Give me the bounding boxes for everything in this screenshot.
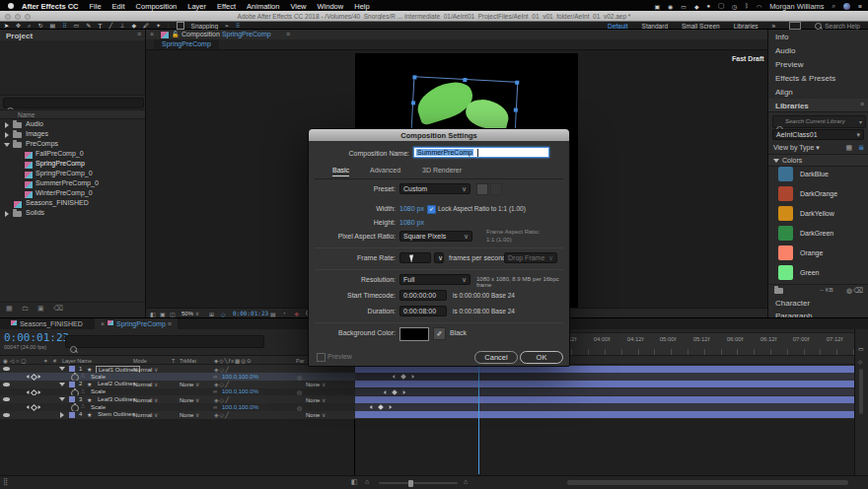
brush-tool-icon[interactable]: ╱: [109, 23, 113, 30]
panel-tab-effects-presets[interactable]: Effects & Presets: [775, 74, 835, 83]
viewer-panel-menu-icon[interactable]: ≡: [286, 31, 290, 37]
timeline-tab-finished[interactable]: Seasons_FINISHED: [10, 319, 83, 327]
timeline-tab-active[interactable]: × SpringPreComp ≡: [95, 318, 178, 329]
panel-tab-audio[interactable]: Audio: [775, 46, 795, 55]
selection-handle[interactable]: [514, 108, 518, 112]
mode-header[interactable]: Mode: [133, 358, 147, 364]
property-name[interactable]: Scale: [91, 374, 106, 380]
panel-tab-libraries[interactable]: Libraries: [775, 102, 809, 110]
parent-dropdown[interactable]: None ∨: [306, 381, 326, 387]
layer-twirl-icon[interactable]: [59, 383, 65, 386]
library-select-dropdown[interactable]: AeIntClass01▾: [772, 129, 864, 140]
keyframe-toggle-icon[interactable]: ◎: [297, 388, 302, 395]
keyframe-toggle-icon[interactable]: ◎: [297, 374, 302, 381]
menubar-user[interactable]: Morgan Williams: [769, 2, 824, 11]
mode-dropdown[interactable]: Normal ∨: [133, 396, 158, 403]
trkmat-dropdown[interactable]: None ∨: [180, 396, 199, 403]
snap-option-icon[interactable]: ⌁: [225, 23, 229, 30]
menu-view[interactable]: View: [290, 2, 306, 11]
eyedropper-icon[interactable]: ✐: [433, 327, 446, 340]
project-item[interactable]: Seasons_FINISHED: [0, 198, 145, 208]
comp-name-field[interactable]: SummerPreComp: [413, 147, 549, 158]
mode-dropdown[interactable]: Normal ∨: [133, 411, 158, 418]
project-item[interactable]: SpringPreComp_0: [0, 169, 145, 178]
timeline-current-timecode[interactable]: 0:00:01:23: [4, 331, 69, 344]
snap-grid-icon[interactable]: ⠿: [236, 23, 240, 30]
cancel-button[interactable]: Cancel: [474, 351, 518, 364]
mode-dropdown[interactable]: Normal ∨: [133, 366, 158, 373]
twirl-icon[interactable]: [5, 122, 9, 128]
color-swatch[interactable]: [778, 206, 793, 221]
status-icon-cloud[interactable]: ●: [707, 3, 711, 9]
trkmat-dropdown[interactable]: None ∨: [180, 381, 199, 387]
property-row[interactable]: ⎍ Scale ∞ 100.0,100.0% ◎: [0, 373, 868, 381]
lock-aspect-checkbox[interactable]: ✓: [427, 205, 436, 214]
menu-layer[interactable]: Layer: [187, 2, 206, 11]
color-swatch-row[interactable]: DarkGreen: [768, 224, 868, 244]
mini-flowchart-icon[interactable]: ▭: [858, 345, 864, 352]
dialog-tab-3d-renderer[interactable]: 3D Renderer: [422, 167, 462, 174]
duration-field[interactable]: 0:00:08:00: [399, 306, 447, 316]
layer-switches[interactable]: ◈◇╱: [214, 396, 230, 403]
selection-handle[interactable]: [515, 81, 519, 85]
menu-animation[interactable]: Animation: [247, 2, 279, 11]
viewer-tab-label[interactable]: Composition SpringPreComp: [181, 31, 271, 37]
snapshot-icon[interactable]: ▤: [270, 311, 276, 317]
menu-app[interactable]: After Effects CC: [22, 2, 79, 11]
view-by-type-dropdown[interactable]: View by Type ▾: [773, 144, 820, 152]
project-item[interactable]: SummerPreComp_0: [0, 178, 145, 188]
color-swatch-row[interactable]: DarkOrange: [768, 184, 868, 204]
property-name[interactable]: Scale: [91, 404, 106, 410]
color-swatch[interactable]: [778, 167, 793, 181]
menu-help[interactable]: Help: [354, 2, 369, 11]
save-preset-icon[interactable]: [476, 183, 488, 195]
timeline-search-field[interactable]: [65, 335, 264, 348]
framerate-dropdown-icon[interactable]: ∨: [434, 252, 444, 263]
project-name-column-header[interactable]: Name: [18, 111, 35, 118]
width-value[interactable]: 1080 px: [399, 205, 424, 212]
eye-icon[interactable]: [3, 367, 10, 371]
layer-name[interactable]: Leaf2 Outlines: [98, 381, 136, 386]
panel-tab-preview[interactable]: Preview: [775, 60, 803, 69]
lock-icon[interactable]: 🔓: [172, 31, 180, 37]
project-search-field[interactable]: [3, 98, 144, 108]
colors-twirl-icon[interactable]: [773, 159, 779, 163]
zoom-tool-icon[interactable]: ⌕: [28, 23, 31, 30]
project-item[interactable]: SpringPreComp: [0, 159, 145, 169]
status-icon-bluetooth[interactable]: ᛒ: [745, 3, 749, 9]
panel-tab-character[interactable]: Character: [775, 299, 810, 308]
mode-dropdown[interactable]: Normal ∨: [133, 381, 158, 387]
pen-tool-icon[interactable]: ✎: [86, 23, 91, 30]
viewer-comp-tab[interactable]: SpringPreComp: [154, 39, 219, 49]
twirl-icon[interactable]: [5, 132, 9, 138]
constrain-link-icon[interactable]: ∞: [213, 374, 217, 380]
dialog-tab-basic[interactable]: Basic: [332, 167, 349, 176]
preset-dropdown[interactable]: Custom∨: [399, 183, 470, 194]
workspace-overflow-icon[interactable]: »: [772, 23, 776, 30]
fast-draft-label[interactable]: Fast Draft: [732, 55, 764, 62]
status-icon-wifi[interactable]: ◠: [757, 3, 761, 10]
layer-color-swatch[interactable]: [69, 396, 75, 402]
siri-icon[interactable]: [843, 3, 850, 10]
t-header[interactable]: T: [172, 358, 175, 364]
property-value[interactable]: 100.0,100.0%: [222, 404, 258, 410]
layer-name[interactable]: Stem Outlines: [98, 411, 135, 417]
background-color-swatch[interactable]: [399, 327, 429, 341]
wipe-icon[interactable]: ⬦: [858, 359, 862, 366]
constrain-link-icon[interactable]: ∞: [213, 404, 217, 410]
status-icon-window[interactable]: ▭: [681, 3, 687, 10]
menu-file[interactable]: File: [90, 2, 102, 11]
panel-tab-info[interactable]: Info: [775, 33, 788, 41]
viewer-timecode[interactable]: 0:00:01:23: [233, 310, 268, 316]
status-icon-clock[interactable]: ◷: [732, 3, 737, 10]
color-swatch-row[interactable]: Orange: [768, 244, 868, 263]
search-help-input[interactable]: Search Help: [825, 23, 860, 30]
library-search-field[interactable]: Search Current Library ▾: [772, 115, 866, 128]
menu-window[interactable]: Window: [318, 2, 344, 11]
selection-handle[interactable]: [463, 78, 467, 82]
layer-twirl-icon[interactable]: [60, 412, 64, 418]
color-swatch[interactable]: [778, 265, 793, 280]
color-swatch[interactable]: [778, 245, 793, 260]
selection-tool-icon[interactable]: ➤: [4, 23, 9, 30]
shape-tool-icon[interactable]: ▭: [74, 23, 80, 30]
